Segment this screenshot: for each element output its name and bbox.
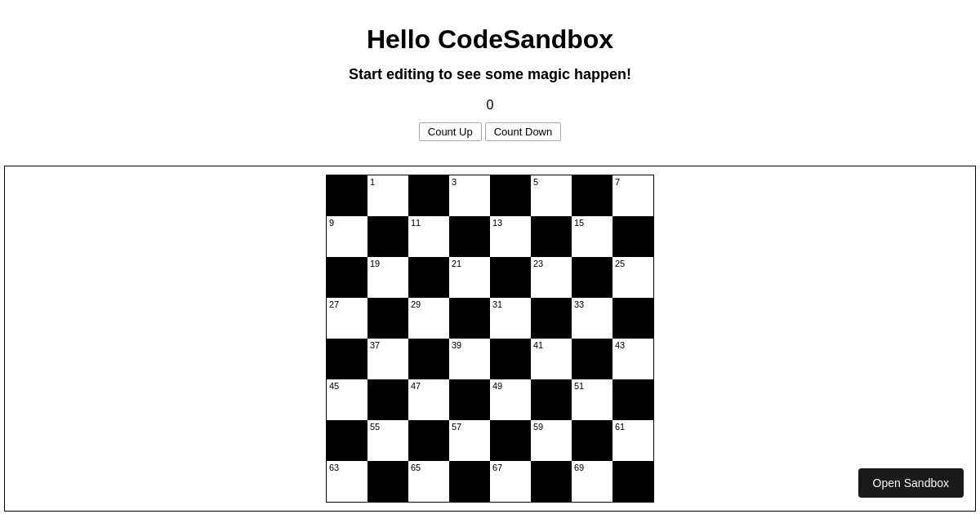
cell-r7-c3: [449, 461, 490, 502]
cell-r7-c4: 67: [490, 461, 531, 502]
cell-r0-c1: 1: [368, 175, 408, 216]
cell-r4-c7: 43: [612, 339, 653, 379]
cell-r0-c4: [490, 175, 531, 216]
cell-r1-c6: 15: [572, 216, 612, 257]
cell-r1-c1: [368, 216, 408, 257]
cell-r0-c7: 7: [612, 175, 653, 216]
cell-r4-c5: 41: [531, 339, 572, 379]
open-sandbox-button[interactable]: Open Sandbox: [858, 468, 964, 498]
cell-r2-c3: 21: [449, 257, 490, 298]
cell-r6-c6: [572, 420, 612, 461]
cell-r0-c3: 3: [449, 175, 490, 216]
button-row: Count Up Count Down: [0, 122, 980, 141]
cell-r5-c0: 45: [327, 379, 368, 420]
cell-r4-c2: [408, 339, 449, 379]
cell-r7-c1: [368, 461, 408, 502]
cell-r6-c4: [490, 420, 531, 461]
cell-r5-c6: 51: [572, 379, 612, 420]
cell-r0-c0: [327, 175, 368, 216]
cell-r5-c5: [531, 379, 572, 420]
count-down-button[interactable]: Count Down: [485, 122, 562, 141]
cell-r4-c0: [327, 339, 368, 379]
cell-r7-c2: 65: [408, 461, 449, 502]
cell-r2-c7: 25: [612, 257, 653, 298]
cell-r1-c2: 11: [408, 216, 449, 257]
cell-r2-c6: [572, 257, 612, 298]
cell-r7-c6: 69: [572, 461, 612, 502]
cell-r1-c7: [612, 216, 653, 257]
cell-r5-c2: 47: [408, 379, 449, 420]
cell-r1-c0: 9: [327, 216, 368, 257]
cell-r0-c2: [408, 175, 449, 216]
cell-r6-c2: [408, 420, 449, 461]
cell-r2-c2: [408, 257, 449, 298]
cell-r0-c5: 5: [531, 175, 572, 216]
cell-r3-c7: [612, 298, 653, 339]
cell-r2-c5: 23: [531, 257, 572, 298]
cell-r5-c4: 49: [490, 379, 531, 420]
cell-r3-c5: [531, 298, 572, 339]
cell-r3-c3: [449, 298, 490, 339]
cell-r5-c3: [449, 379, 490, 420]
cell-r4-c3: 39: [449, 339, 490, 379]
cell-r5-c1: [368, 379, 408, 420]
cell-r6-c0: [327, 420, 368, 461]
cell-r6-c3: 57: [449, 420, 490, 461]
cell-r6-c7: 61: [612, 420, 653, 461]
cell-r7-c7: [612, 461, 653, 502]
cell-r4-c6: [572, 339, 612, 379]
cell-r5-c7: [612, 379, 653, 420]
cell-r1-c3: [449, 216, 490, 257]
cell-r0-c6: [572, 175, 612, 216]
cell-r3-c1: [368, 298, 408, 339]
subtitle: Start editing to see some magic happen!: [0, 66, 980, 83]
checkerboard-container: 1357911131519212325272931333739414345474…: [4, 166, 976, 512]
main-title: Hello CodeSandbox: [0, 24, 980, 55]
cell-r7-c0: 63: [327, 461, 368, 502]
checkerboard: 1357911131519212325272931333739414345474…: [326, 175, 654, 503]
cell-r3-c6: 33: [572, 298, 612, 339]
cell-r2-c0: [327, 257, 368, 298]
cell-r1-c4: 13: [490, 216, 531, 257]
cell-r4-c1: 37: [368, 339, 408, 379]
cell-r1-c5: [531, 216, 572, 257]
cell-r2-c1: 19: [368, 257, 408, 298]
cell-r3-c0: 27: [327, 298, 368, 339]
cell-r4-c4: [490, 339, 531, 379]
cell-r3-c2: 29: [408, 298, 449, 339]
cell-r7-c5: [531, 461, 572, 502]
count-up-button[interactable]: Count Up: [419, 122, 482, 141]
counter-value: 0: [0, 98, 980, 113]
header-section: Hello CodeSandbox Start editing to see s…: [0, 0, 980, 141]
cell-r3-c4: 31: [490, 298, 531, 339]
cell-r6-c5: 59: [531, 420, 572, 461]
cell-r2-c4: [490, 257, 531, 298]
cell-r6-c1: 55: [368, 420, 408, 461]
